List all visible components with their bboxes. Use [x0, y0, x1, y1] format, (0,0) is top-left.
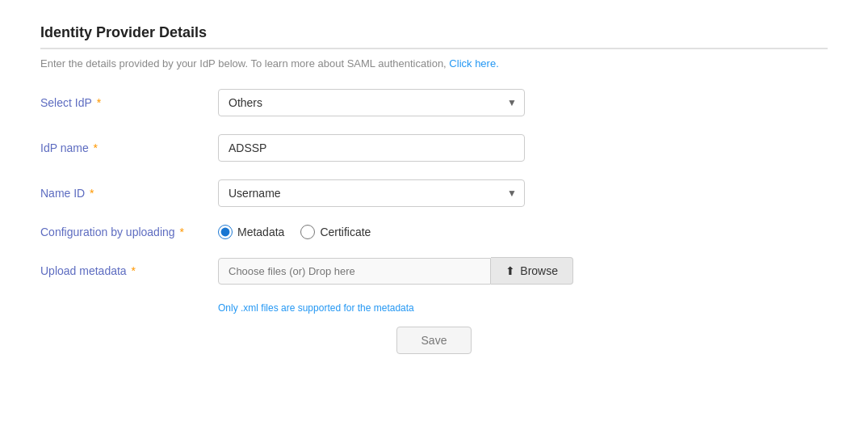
certificate-radio[interactable]	[300, 225, 315, 239]
idp-name-label: IdP name *	[40, 141, 218, 154]
idp-name-row: IdP name *	[40, 134, 828, 162]
configuration-row: Configuration by uploading * Metadata Ce…	[40, 225, 828, 239]
info-text: Enter the details provided by your IdP b…	[40, 57, 828, 70]
name-id-label: Name ID *	[40, 187, 218, 200]
name-id-wrapper: Username Email Persistent Transient ▼	[218, 179, 525, 207]
required-star-4: *	[177, 226, 184, 238]
certificate-option[interactable]: Certificate	[300, 225, 371, 239]
name-id-dropdown[interactable]: Username Email Persistent Transient	[218, 179, 525, 207]
save-btn-row: Save	[40, 327, 828, 354]
required-star-2: *	[90, 141, 98, 154]
name-id-row: Name ID * Username Email Persistent Tran…	[40, 179, 828, 207]
page-container: Identity Provider Details Enter the deta…	[0, 0, 868, 378]
upload-hint: Only .xml files are supported for the me…	[218, 302, 828, 314]
browse-label: Browse	[520, 264, 558, 277]
metadata-label: Metadata	[237, 226, 284, 238]
required-star: *	[94, 96, 101, 109]
configuration-radio-group: Metadata Certificate	[218, 225, 371, 239]
browse-button[interactable]: ⬆ Browse	[491, 257, 573, 285]
configuration-label: Configuration by uploading *	[40, 226, 218, 238]
select-idp-label: Select IdP *	[40, 96, 218, 109]
upload-metadata-label: Upload metadata *	[40, 264, 218, 277]
certificate-label: Certificate	[320, 226, 371, 238]
upload-metadata-row: Upload metadata * ⬆ Browse	[40, 257, 828, 285]
metadata-radio[interactable]	[218, 225, 233, 239]
select-idp-wrapper: Others ADFS Azure AD Okta OneLogin ▼	[218, 89, 525, 116]
upload-row: ⬆ Browse	[218, 257, 573, 285]
upload-input[interactable]	[218, 258, 491, 285]
select-idp-row: Select IdP * Others ADFS Azure AD Okta O…	[40, 89, 828, 116]
select-idp-dropdown[interactable]: Others ADFS Azure AD Okta OneLogin	[218, 89, 525, 116]
required-star-5: *	[128, 264, 136, 277]
metadata-option[interactable]: Metadata	[218, 225, 284, 239]
required-star-3: *	[86, 187, 94, 200]
info-text-prefix: Enter the details provided by your IdP b…	[40, 57, 449, 70]
idp-name-input[interactable]	[218, 134, 525, 162]
upload-icon: ⬆	[505, 264, 515, 277]
section-title: Identity Provider Details	[40, 24, 828, 49]
save-button[interactable]: Save	[396, 327, 472, 354]
click-here-link[interactable]: Click here.	[449, 57, 498, 70]
